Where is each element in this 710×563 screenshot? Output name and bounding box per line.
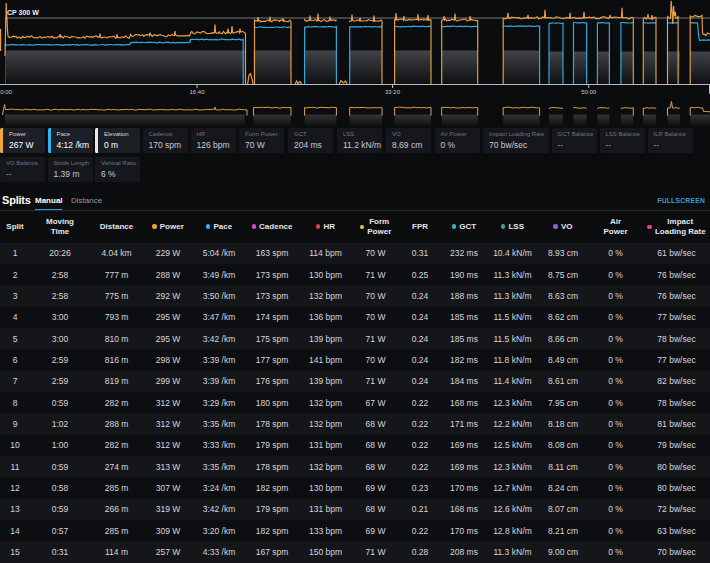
svg-text:16:40: 16:40 xyxy=(189,89,205,95)
svg-text:0:00: 0:00 xyxy=(0,89,12,95)
svg-text:50:00: 50:00 xyxy=(581,89,597,95)
svg-text:CP 300 W: CP 300 W xyxy=(7,9,39,16)
svg-text:33:20: 33:20 xyxy=(385,89,401,95)
